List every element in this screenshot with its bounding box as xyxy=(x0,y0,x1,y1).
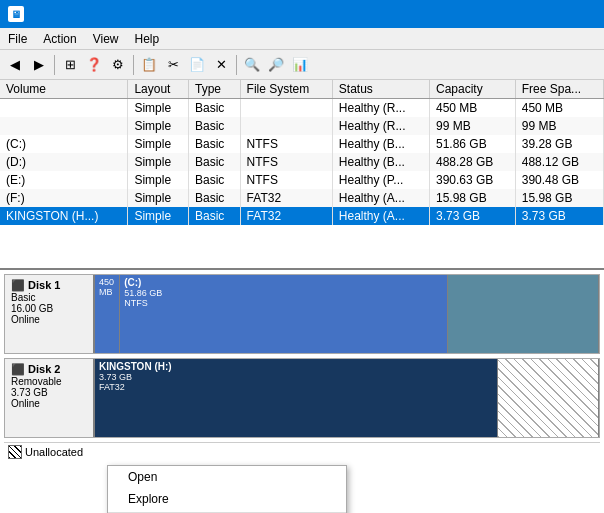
disk-2-partitions: KINGSTON (H:) 3.73 GB FAT32 xyxy=(95,359,599,437)
table-row[interactable]: SimpleBasicHealthy (R...450 MB450 MB xyxy=(0,99,604,117)
back-button[interactable]: ◀ xyxy=(4,54,26,76)
disk-1-partitions: 450 MB (C:) 51.86 GB NTFS xyxy=(95,275,599,353)
toolbar-btn-3[interactable]: ⚙ xyxy=(107,54,129,76)
toolbar-btn-1[interactable]: ⊞ xyxy=(59,54,81,76)
disk-1-part-3[interactable] xyxy=(448,275,599,353)
main-area: Volume Layout Type File System Status Ca… xyxy=(0,80,604,513)
app-icon: 🖥 xyxy=(8,6,24,22)
toolbar-btn-5[interactable]: ✂ xyxy=(162,54,184,76)
col-volume[interactable]: Volume xyxy=(0,80,128,99)
toolbar-btn-2[interactable]: ❓ xyxy=(83,54,105,76)
menu-view[interactable]: View xyxy=(85,30,127,48)
disk-1-status: Online xyxy=(11,314,87,325)
menu-action[interactable]: Action xyxy=(35,30,84,48)
disk-2-type: Removable xyxy=(11,376,87,387)
toolbar: ◀ ▶ ⊞ ❓ ⚙ 📋 ✂ 📄 ✕ 🔍 🔎 📊 xyxy=(0,50,604,80)
col-layout[interactable]: Layout xyxy=(128,80,189,99)
disk-1-label: ⬛ Disk 1 Basic 16.00 GB Online xyxy=(5,275,95,353)
disk-1-part-1[interactable]: 450 MB xyxy=(95,275,120,353)
minimize-button[interactable] xyxy=(520,4,544,24)
disk-1-row: ⬛ Disk 1 Basic 16.00 GB Online 450 MB (C… xyxy=(4,274,600,354)
toolbar-btn-10[interactable]: 📊 xyxy=(289,54,311,76)
context-menu-item[interactable]: Open xyxy=(108,466,346,488)
table-area: Volume Layout Type File System Status Ca… xyxy=(0,80,604,270)
table-scroll[interactable]: Volume Layout Type File System Status Ca… xyxy=(0,80,604,268)
disk-1-name: ⬛ Disk 1 xyxy=(11,279,87,292)
toolbar-btn-6[interactable]: 📄 xyxy=(186,54,208,76)
disk-table: Volume Layout Type File System Status Ca… xyxy=(0,80,604,225)
disk-1-part-2[interactable]: (C:) 51.86 GB NTFS xyxy=(120,275,448,353)
disk-area: ⬛ Disk 1 Basic 16.00 GB Online 450 MB (C… xyxy=(0,270,604,513)
col-type[interactable]: Type xyxy=(188,80,240,99)
disk-1-size: 16.00 GB xyxy=(11,303,87,314)
table-row[interactable]: (E:)SimpleBasicNTFSHealthy (P...390.63 G… xyxy=(0,171,604,189)
disk-2-name: ⬛ Disk 2 xyxy=(11,363,87,376)
maximize-button[interactable] xyxy=(546,4,570,24)
legend-area: Unallocated xyxy=(4,442,600,461)
menu-bar: File Action View Help xyxy=(0,28,604,50)
close-button[interactable] xyxy=(572,4,596,24)
toolbar-btn-7[interactable]: ✕ xyxy=(210,54,232,76)
toolbar-separator-2 xyxy=(133,55,134,75)
disk-1-type: Basic xyxy=(11,292,87,303)
table-row[interactable]: (C:)SimpleBasicNTFSHealthy (B...51.86 GB… xyxy=(0,135,604,153)
toolbar-btn-4[interactable]: 📋 xyxy=(138,54,160,76)
title-bar: 🖥 xyxy=(0,0,604,28)
table-row[interactable]: (D:)SimpleBasicNTFSHealthy (B...488.28 G… xyxy=(0,153,604,171)
toolbar-btn-8[interactable]: 🔍 xyxy=(241,54,263,76)
disk-2-size: 3.73 GB xyxy=(11,387,87,398)
col-capacity[interactable]: Capacity xyxy=(429,80,515,99)
legend-unallocated: Unallocated xyxy=(8,445,83,459)
disk-2-label: ⬛ Disk 2 Removable 3.73 GB Online xyxy=(5,359,95,437)
col-status[interactable]: Status xyxy=(332,80,429,99)
context-menu-item[interactable]: Explore xyxy=(108,488,346,510)
unallocated-label: Unallocated xyxy=(25,446,83,458)
unallocated-swatch xyxy=(8,445,22,459)
window-controls xyxy=(520,4,596,24)
disk-2-part-1[interactable]: KINGSTON (H:) 3.73 GB FAT32 xyxy=(95,359,498,437)
col-freespace[interactable]: Free Spa... xyxy=(515,80,603,99)
col-filesystem[interactable]: File System xyxy=(240,80,332,99)
table-row[interactable]: KINGSTON (H...)SimpleBasicFAT32Healthy (… xyxy=(0,207,604,225)
disk-2-status: Online xyxy=(11,398,87,409)
toolbar-btn-9[interactable]: 🔎 xyxy=(265,54,287,76)
menu-help[interactable]: Help xyxy=(127,30,168,48)
menu-file[interactable]: File xyxy=(0,30,35,48)
table-row[interactable]: SimpleBasicHealthy (R...99 MB99 MB xyxy=(0,117,604,135)
table-row[interactable]: (F:)SimpleBasicFAT32Healthy (A...15.98 G… xyxy=(0,189,604,207)
toolbar-separator-3 xyxy=(236,55,237,75)
disk-2-row: ⬛ Disk 2 Removable 3.73 GB Online KINGST… xyxy=(4,358,600,438)
forward-button[interactable]: ▶ xyxy=(28,54,50,76)
toolbar-separator-1 xyxy=(54,55,55,75)
context-menu: OpenExploreMark Partition as ActiveChang… xyxy=(107,465,347,513)
disk-2-part-2[interactable] xyxy=(498,359,599,437)
